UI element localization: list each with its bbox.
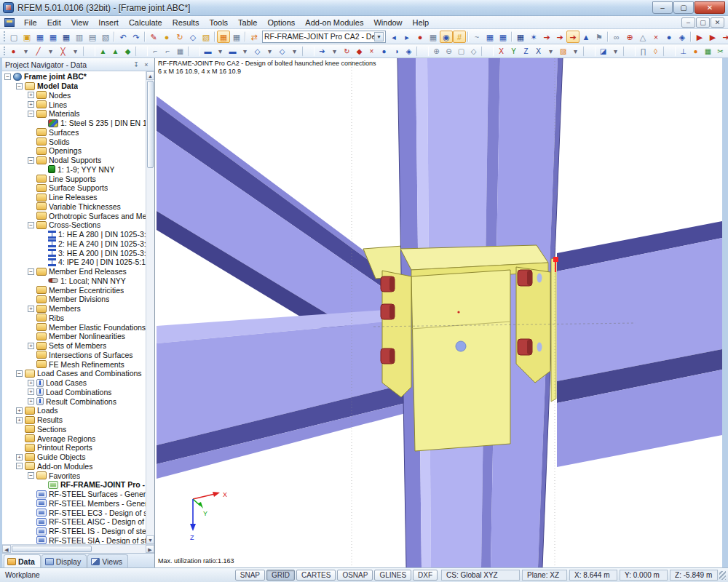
- result-grid-icon[interactable]: ▦: [496, 31, 510, 43]
- tree-expander[interactable]: +: [28, 306, 34, 312]
- tree-item-member-eccentricities[interactable]: Member Eccentricities: [2, 285, 146, 295]
- toggle-dxf[interactable]: DXF: [413, 570, 438, 581]
- menu-insert[interactable]: Insert: [93, 17, 124, 28]
- undo-icon[interactable]: ↶: [116, 31, 130, 43]
- menu-results[interactable]: Results: [167, 17, 205, 28]
- delete-icon[interactable]: ×: [649, 31, 662, 43]
- tab-display[interactable]: Display: [41, 554, 87, 567]
- info-icon[interactable]: ●: [662, 31, 676, 43]
- find-icon[interactable]: ●: [160, 31, 173, 43]
- tree-expander[interactable]: +: [28, 101, 34, 108]
- user-view-icon[interactable]: ▨: [557, 46, 569, 57]
- fe-mesh-icon[interactable]: ▦: [514, 31, 527, 43]
- frame-icon[interactable]: ▦: [174, 46, 186, 57]
- nav-back-icon[interactable]: ◂: [387, 31, 400, 43]
- render-mode-icon[interactable]: ◪: [597, 46, 609, 57]
- move-icon[interactable]: ➔: [316, 46, 328, 57]
- scroll-thumb[interactable]: [147, 81, 154, 168]
- maximize-button[interactable]: ▢: [673, 1, 694, 14]
- view-y-icon[interactable]: Y: [507, 46, 520, 57]
- show-loads-icon[interactable]: ●: [414, 31, 427, 43]
- toggle-grid[interactable]: GRID: [266, 570, 295, 581]
- tree-item-load-cases[interactable]: + Load Cases: [2, 378, 146, 388]
- view-x-icon[interactable]: X: [495, 46, 507, 57]
- module-case-combobox[interactable]: RF-FRAME-JOINT Pro CA2 - Design of b ▼: [262, 31, 386, 43]
- tree-item-rf-steel-ec3[interactable]: RF-STEEL EC3 - Design of steel r: [2, 508, 146, 517]
- print-preview-icon[interactable]: ▧: [99, 31, 112, 43]
- model-viewport[interactable]: RF-FRAME-JOINT Pro CA2 - Design of bolte…: [155, 58, 722, 567]
- export-icon[interactable]: ▥: [73, 31, 86, 43]
- view-minus-x-icon[interactable]: X: [532, 46, 545, 57]
- menu-addon-modules[interactable]: Add-on Modules: [300, 17, 368, 28]
- workplane-icon[interactable]: ◊: [649, 46, 662, 57]
- calc-icon[interactable]: ▲: [579, 31, 593, 43]
- tree-item-favorites[interactable]: − Favorites: [2, 471, 146, 480]
- open-icon[interactable]: ▣: [20, 31, 33, 43]
- goto-table-icon[interactable]: ⇄: [248, 31, 261, 43]
- tab-views[interactable]: Views: [87, 554, 128, 567]
- insert-node-icon[interactable]: ●: [7, 46, 20, 57]
- tree-item-nodes[interactable]: + Nodes: [2, 91, 146, 100]
- module-run-2-icon[interactable]: ▶: [706, 31, 719, 43]
- mirror-icon[interactable]: △: [636, 31, 649, 43]
- tree-item-printout-reports[interactable]: Printout Reports: [2, 443, 146, 453]
- stamp-icon[interactable]: ●: [378, 46, 390, 57]
- show-axes-icon[interactable]: ▦: [427, 31, 440, 43]
- tree-item-loads[interactable]: + Loads: [2, 406, 146, 415]
- tree-item-nodal-support-1[interactable]: 1: 1-9; YYY NNY: [2, 165, 146, 175]
- tree-item-cs-1[interactable]: 1: HE A 280 | DIN 1025-3:199: [2, 230, 146, 239]
- table-layout-icon[interactable]: ▦: [230, 31, 243, 43]
- module-run-1-icon[interactable]: ▶: [693, 31, 706, 43]
- visibility-icon[interactable]: ◇: [251, 46, 264, 57]
- tree-expander[interactable]: −: [4, 73, 11, 80]
- tree-item-line-supports[interactable]: Line Supports: [2, 174, 146, 183]
- options-icon[interactable]: ◈: [676, 31, 689, 43]
- tree-item-member-elastic-foundations[interactable]: Member Elastic Foundations: [2, 322, 146, 332]
- pick-icon[interactable]: ◇: [186, 31, 199, 43]
- zoom-in-icon[interactable]: ⊕: [430, 46, 443, 57]
- save-icon[interactable]: ▦: [33, 31, 47, 43]
- tree-expander[interactable]: −: [16, 463, 23, 469]
- mirror-2-icon[interactable]: ◆: [353, 46, 365, 57]
- tree-item-variable-thicknesses[interactable]: Variable Thicknesses: [2, 202, 146, 212]
- render-icon[interactable]: ▬: [226, 46, 239, 57]
- document-icon[interactable]: [4, 18, 15, 27]
- tree-item-guide-objects[interactable]: + Guide Objects: [2, 453, 146, 462]
- tree-item-cs-4[interactable]: 4: IPE 240 | DIN 1025-5:1994;: [2, 258, 146, 267]
- tree-item-rf-steel-surfaces[interactable]: RF-STEEL Surfaces - General stre: [2, 490, 146, 499]
- scroll-thumb[interactable]: [12, 546, 92, 552]
- dimension-icon[interactable]: ⌐: [149, 46, 162, 57]
- mdi-minimize-button[interactable]: –: [681, 17, 695, 28]
- zoom-window-icon[interactable]: ▢: [455, 46, 467, 57]
- add-icon[interactable]: ⊕: [623, 31, 636, 43]
- tree-expander[interactable]: +: [16, 407, 23, 414]
- tree-item-member-divisions[interactable]: Member Divisions: [2, 295, 146, 304]
- load-case-2-icon[interactable]: ➔: [553, 31, 566, 43]
- insert-member-icon[interactable]: ▲: [97, 46, 109, 57]
- tree-item-sections[interactable]: Sections: [2, 425, 146, 434]
- tree-item-cs-3[interactable]: 3: HE A 200 | DIN 1025-3:199: [2, 248, 146, 258]
- tree-item-rf-frame-joint[interactable]: RF-FRAME-JOINT Pro - Des: [2, 480, 146, 490]
- tree-item-openings[interactable]: Openings: [2, 146, 146, 156]
- menu-file[interactable]: File: [19, 17, 42, 28]
- scale-icon[interactable]: ×: [365, 46, 378, 57]
- tree-item-model-data[interactable]: − Model Data: [2, 81, 146, 91]
- tree-expander[interactable]: +: [28, 398, 34, 404]
- minimize-button[interactable]: –: [652, 1, 673, 14]
- tree-item-fe-mesh-refinements[interactable]: FE Mesh Refinements: [2, 359, 146, 369]
- tree-item-result-combinations[interactable]: + Result Combinations: [2, 396, 146, 406]
- tree-item-addon-modules[interactable]: − Add-on Modules: [2, 462, 146, 471]
- tree-item-sets-of-members[interactable]: + Sets of Members: [2, 341, 146, 351]
- close-button[interactable]: ✕: [695, 1, 725, 14]
- tree-item-member-end-releases[interactable]: − Member End Releases: [2, 267, 146, 276]
- workplane-plane-status[interactable]: Plane: XZ: [522, 570, 567, 581]
- tree-expander[interactable]: +: [16, 417, 23, 423]
- sphere-icon[interactable]: ●: [689, 46, 702, 57]
- scroll-left-icon[interactable]: ◀: [2, 545, 11, 553]
- tree-expander[interactable]: −: [28, 472, 34, 479]
- plane-icon[interactable]: ⊥: [677, 46, 689, 57]
- solid-view-icon[interactable]: ◇: [276, 46, 288, 57]
- tree-expander[interactable]: −: [28, 222, 34, 228]
- tree-expander[interactable]: +: [16, 454, 23, 461]
- tree-item-results[interactable]: + Results: [2, 415, 146, 425]
